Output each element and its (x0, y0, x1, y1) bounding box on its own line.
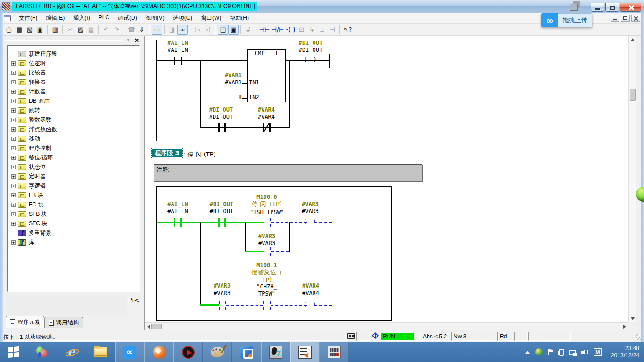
expander-icon[interactable]: + (11, 184, 16, 188)
collapse-button[interactable]: ↰< (128, 296, 140, 305)
connect-cpu-icon[interactable]: ☎ (126, 25, 137, 35)
var3-parallel-contact[interactable] (264, 247, 264, 256)
expander-icon[interactable]: + (11, 71, 16, 75)
split-window-icon[interactable]: ◫ (218, 25, 228, 35)
net2-coil[interactable]: ( ) (304, 57, 317, 63)
save-icon[interactable]: ▣ (35, 25, 45, 35)
baidu-upload-overlay[interactable]: ∞ 拖拽上传 (541, 13, 592, 27)
net3-contact-ai-ln-bar[interactable] (180, 218, 182, 227)
sidebar-item-word-logic[interactable]: +字逻辑 (8, 181, 139, 190)
minimize-button[interactable] (591, 3, 604, 12)
baidu-cloud-icon[interactable]: ∞ (541, 13, 558, 27)
sidebar-item-timer[interactable]: +定时器 (8, 172, 139, 181)
sidebar-close-icon[interactable] (133, 37, 140, 43)
taskbar-internet-explorer[interactable]: e (57, 342, 86, 362)
new-document-icon[interactable]: ▢ (4, 25, 14, 35)
sidebar-item-sfb-blocks[interactable]: +SFB 块 (8, 209, 139, 219)
sidebar-item-sfc-blocks[interactable]: +SFC 块 (8, 219, 139, 228)
no-contact-icon[interactable]: ⊣⊢ (258, 25, 271, 35)
sidebar-grip[interactable] (5, 38, 123, 39)
float-windows-icon[interactable] (569, 1, 581, 10)
taskbar-browser-orange[interactable] (144, 342, 173, 362)
sidebar-item-multi-instance[interactable]: 多重背景 (8, 228, 139, 238)
expander-icon[interactable]: + (11, 137, 16, 141)
next-error-icon[interactable]: »! (203, 25, 213, 35)
horizontal-scroll-thumb[interactable] (151, 324, 162, 329)
expander-icon[interactable]: + (11, 108, 16, 113)
sidebar-item-new-network[interactable]: 新建程序段 (8, 49, 139, 58)
menu-help[interactable]: 帮助(H) (225, 13, 253, 24)
scroll-left-icon[interactable] (147, 325, 150, 329)
cut-icon[interactable]: ✂ (65, 25, 75, 35)
scroll-up-icon[interactable] (631, 38, 635, 41)
sidebar-item-bit-logic[interactable]: +位逻辑 (8, 58, 139, 68)
sidebar-item-library[interactable]: +库 (8, 238, 139, 247)
expander-icon[interactable]: + (11, 90, 16, 94)
expander-icon[interactable]: + (11, 193, 16, 197)
redo-icon[interactable]: ↷ (111, 25, 122, 35)
sidebar-item-status-bits[interactable]: +状态位 (8, 162, 139, 172)
download-icon[interactable]: ⇓ (137, 25, 147, 35)
sidebar-item-converter[interactable]: +转换器 (8, 77, 139, 87)
menu-insert[interactable]: 插入(I) (69, 13, 94, 24)
nc-contact-icon[interactable]: ⊣/⊢ (271, 25, 285, 35)
menu-debug[interactable]: 调试(D) (114, 13, 141, 24)
taskbar-potplayer[interactable] (173, 342, 203, 362)
taskbar-lad-editor[interactable] (290, 342, 320, 362)
expander-icon[interactable]: + (11, 146, 16, 150)
expander-icon[interactable]: + (11, 118, 16, 122)
maximize-button[interactable] (605, 3, 619, 12)
sidebar-item-comparator[interactable]: +比较器 (8, 68, 139, 77)
horizontal-scrollbar[interactable] (145, 322, 628, 330)
ime-m-icon[interactable]: M (594, 348, 602, 356)
sidebar-item-shift-rotate[interactable]: +移位/循环 (8, 153, 139, 162)
close-branch-icon[interactable]: ⊥ (317, 25, 327, 35)
new-network-icon[interactable]: # (243, 25, 254, 35)
taskbar-step7-manager[interactable]: 7 (261, 342, 290, 362)
sidebar-item-move[interactable]: +移动 (8, 134, 139, 143)
expander-icon[interactable]: + (11, 212, 16, 216)
expander-icon[interactable]: + (11, 80, 16, 84)
in1-operand[interactable]: #VAR1 (225, 80, 242, 86)
expander-icon[interactable]: + (11, 61, 16, 66)
download-blocks-icon[interactable]: ▧ (25, 25, 35, 35)
menu-view[interactable]: 视图(V) (141, 13, 169, 24)
expander-icon[interactable]: + (11, 203, 16, 207)
net2-contact-ai-ln-bar[interactable] (181, 57, 182, 65)
overview-icon[interactable]: ▣ (228, 25, 239, 35)
net3-coil-var3[interactable]: ( ) (303, 218, 317, 225)
net3-contact-di-out-bar[interactable] (224, 218, 226, 227)
expander-icon[interactable]: + (11, 222, 16, 226)
device-icon[interactable] (559, 349, 564, 356)
undo-icon[interactable]: ↶ (101, 25, 111, 35)
help-select-icon[interactable]: ↖? (342, 25, 353, 35)
sidebar-item-float-fn[interactable]: +浮点数函数 (8, 124, 139, 134)
mdi-close-button[interactable] (631, 15, 640, 22)
copy-icon[interactable]: ▨ (75, 25, 86, 35)
sidebar-item-jump[interactable]: +跳转 (8, 106, 139, 115)
close-button[interactable] (620, 3, 641, 12)
empty-box-icon[interactable]: ⊡ (296, 25, 306, 35)
sidebar-item-fb-blocks[interactable]: +FB 块 (8, 190, 139, 200)
taskbar-colorful-app[interactable] (27, 342, 57, 362)
expander-icon[interactable]: + (11, 127, 16, 132)
symbol-select-icon[interactable]: ◨ (167, 25, 177, 35)
in2-value[interactable]: 8 (239, 94, 242, 100)
taskbar-paint-tool[interactable] (203, 342, 232, 362)
mdi-minimize-button[interactable] (611, 15, 619, 22)
assistant-ball-icon[interactable] (636, 187, 644, 202)
menu-edit[interactable]: 编辑(E) (41, 13, 69, 24)
net2-contact-ai-ln[interactable] (174, 57, 175, 65)
scroll-right-icon[interactable] (623, 325, 626, 329)
expander-icon[interactable]: + (11, 240, 16, 245)
scroll-down-icon[interactable] (631, 317, 635, 320)
tp1-contact[interactable] (264, 218, 264, 227)
expander-icon[interactable]: + (11, 165, 16, 169)
symbol-info-icon[interactable]: ▭ (152, 25, 162, 35)
security-icon[interactable] (535, 348, 543, 356)
network3-comment-box[interactable]: 注释: (154, 164, 422, 181)
menu-window[interactable]: 窗口(W) (197, 13, 225, 24)
sidebar-item-fc-blocks[interactable]: +FC 块 (8, 200, 139, 209)
volume-icon[interactable] (581, 349, 588, 355)
sidebar-item-integer-fn[interactable]: +整数函数 (8, 115, 139, 124)
